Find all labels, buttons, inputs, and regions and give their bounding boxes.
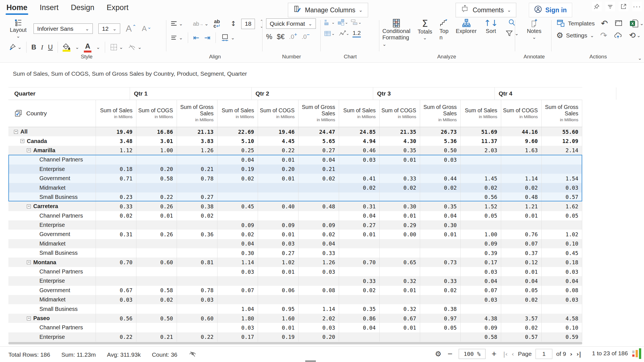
table-row[interactable]: Channel Partners0.030.010.030.030.010.03 — [8, 267, 582, 276]
value-cell[interactable]: 1.12 — [96, 146, 136, 155]
value-cell[interactable] — [96, 183, 136, 192]
value-cell[interactable]: 0.18 — [96, 165, 136, 174]
value-cell[interactable] — [136, 276, 177, 285]
value-cell[interactable]: 0.30 — [217, 248, 258, 258]
value-cell[interactable]: 0.07 — [501, 239, 542, 248]
value-cell[interactable] — [258, 192, 299, 202]
value-cell[interactable]: 0.57 — [542, 192, 582, 202]
value-cell[interactable]: 0.01 — [258, 174, 299, 183]
value-cell[interactable]: 1.04 — [217, 304, 258, 313]
value-cell[interactable]: 0.02 — [217, 230, 258, 239]
first-page-icon[interactable]: |‹ — [503, 351, 508, 358]
row-label-cell[interactable]: Enterprise — [8, 276, 96, 285]
value-cell[interactable]: 0.33 — [380, 174, 420, 183]
row-height-stepper[interactable]: ⌃⌄ — [260, 19, 263, 28]
value-cell[interactable]: 3.48 — [96, 136, 136, 146]
value-cell[interactable] — [380, 248, 420, 258]
value-cell[interactable] — [136, 267, 177, 276]
value-cell[interactable]: 0.02 — [420, 183, 461, 192]
zoom-level-input[interactable]: 100 % — [459, 349, 486, 359]
value-cell[interactable] — [96, 239, 136, 248]
ruler-icon[interactable] — [614, 19, 623, 28]
table-row[interactable]: Channel Partners0.020.010.020.040.010.04… — [8, 211, 582, 220]
value-cell[interactable] — [217, 211, 258, 220]
value-cell[interactable]: 0.05 — [420, 323, 461, 332]
row-dimension-header[interactable]: Country — [8, 100, 96, 127]
row-label-cell[interactable]: −Paseo — [8, 314, 96, 323]
value-cell[interactable]: 4.94 — [339, 136, 380, 146]
value-cell[interactable]: 0.09 — [299, 220, 339, 230]
value-cell[interactable]: 51.69 — [461, 127, 501, 136]
value-cell[interactable]: 0.04 — [542, 276, 582, 285]
value-cell[interactable]: 24.85 — [339, 127, 380, 136]
row-label-cell[interactable]: Channel Partners — [8, 267, 96, 276]
value-cell[interactable]: 0.04 — [299, 239, 339, 248]
table-row[interactable]: −Carretera0.330.260.380.450.400.480.310.… — [8, 202, 582, 211]
quarter-header[interactable]: Qtr 1 — [130, 87, 252, 100]
row-label-cell[interactable]: −Canada — [8, 136, 96, 146]
value-cell[interactable]: 0.07 — [461, 286, 501, 295]
value-cell[interactable]: 0.01 — [258, 267, 299, 276]
value-cell[interactable]: 0.67 — [96, 286, 136, 295]
value-cell[interactable] — [542, 220, 582, 230]
value-cell[interactable]: 0.03 — [96, 295, 136, 304]
value-cell[interactable] — [177, 155, 217, 164]
column-width-icon[interactable] — [221, 34, 229, 42]
value-cell[interactable] — [542, 304, 582, 313]
value-cell[interactable]: 0.10 — [542, 323, 582, 332]
value-cell[interactable]: 0.04 — [420, 211, 461, 220]
value-cell[interactable]: 0.06 — [258, 286, 299, 295]
value-cell[interactable]: 0.02 — [420, 286, 461, 295]
value-cell[interactable]: 16.86 — [136, 127, 177, 136]
value-cell[interactable]: 0.26 — [136, 230, 177, 239]
row-label-cell[interactable]: Government — [8, 286, 96, 295]
value-cell[interactable]: 0.01 — [380, 155, 420, 164]
row-height-input[interactable]: 18 — [241, 19, 255, 29]
italic-button[interactable]: I — [41, 44, 43, 51]
value-cell[interactable]: 0.29 — [380, 220, 420, 230]
collapse-icon[interactable]: − — [27, 148, 31, 152]
value-cell[interactable]: 0.70 — [96, 258, 136, 267]
value-cell[interactable]: 0.20 — [299, 332, 339, 342]
row-label-cell[interactable]: Channel Partners — [8, 155, 96, 164]
tab-home[interactable]: Home — [6, 3, 27, 14]
value-cell[interactable]: 0.45 — [217, 202, 258, 211]
measure-header[interactable]: Sum of Salesin Millions — [461, 100, 501, 127]
row-label-cell[interactable]: Midmarket — [8, 183, 96, 192]
value-cell[interactable] — [136, 239, 177, 248]
value-cell[interactable]: 0.95 — [258, 304, 299, 313]
value-cell[interactable]: 0.25 — [217, 146, 258, 155]
value-cell[interactable]: 0.03 — [461, 295, 501, 304]
table-row[interactable]: Channel Partners0.040.010.040.030.010.03 — [8, 155, 582, 164]
value-cell[interactable]: 0.50 — [420, 146, 461, 155]
value-cell[interactable] — [136, 304, 177, 313]
value-cell[interactable]: 0.32 — [380, 304, 420, 313]
value-cell[interactable] — [299, 183, 339, 192]
row-label-cell[interactable]: Small Business — [8, 248, 96, 258]
value-cell[interactable]: 1.60 — [258, 314, 299, 323]
value-cell[interactable]: 0.05 — [542, 211, 582, 220]
value-cell[interactable] — [177, 239, 217, 248]
value-cell[interactable] — [420, 165, 461, 174]
value-cell[interactable] — [258, 295, 299, 304]
value-cell[interactable]: 0.76 — [501, 230, 542, 239]
measure-header[interactable]: Sum of Gross Salesin Millions — [542, 100, 582, 127]
wrap-text-icon[interactable]: abc↵ — [214, 19, 221, 28]
table-row[interactable]: −Paseo0.560.500.601.801.602.020.860.670.… — [8, 314, 582, 323]
value-cell[interactable]: 0.58 — [136, 286, 177, 295]
value-cell[interactable]: 0.33 — [96, 202, 136, 211]
value-cell[interactable]: 0.01 — [258, 323, 299, 332]
value-cell[interactable]: 1.02 — [542, 230, 582, 239]
value-cell[interactable]: 55.60 — [542, 127, 582, 136]
value-cell[interactable] — [339, 248, 380, 258]
fill-color-button[interactable] — [63, 43, 70, 52]
value-cell[interactable]: 3.01 — [136, 136, 177, 146]
notes-button[interactable]: Notes ⌄ — [519, 18, 550, 40]
zoom-out-button[interactable]: − — [448, 349, 453, 359]
value-cell[interactable]: 0.35 — [380, 146, 420, 155]
value-cell[interactable]: 0.03 — [542, 183, 582, 192]
row-label-cell[interactable]: Enterprise — [8, 220, 96, 230]
value-cell[interactable]: 2.14 — [542, 146, 582, 155]
row-label-cell[interactable]: Midmarket — [8, 239, 96, 248]
value-cell[interactable]: 1.14 — [217, 258, 258, 267]
